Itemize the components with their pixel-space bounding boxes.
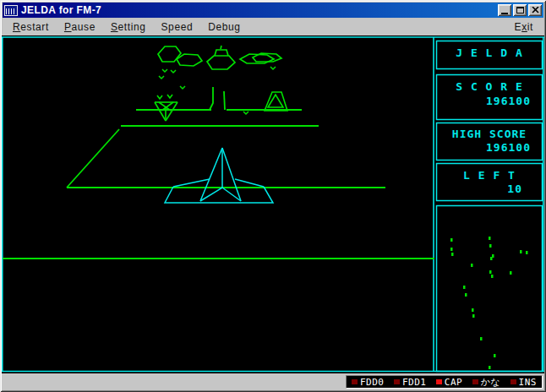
close-button[interactable] bbox=[528, 4, 542, 16]
indicator-label: INS bbox=[519, 377, 537, 388]
menu-bar: Restart Pause Setting Speed Debug Exit bbox=[3, 19, 543, 35]
menu-label-part: Debug bbox=[208, 21, 240, 33]
window-title: JELDA for FM-7 bbox=[21, 4, 101, 16]
debris-mark bbox=[162, 69, 167, 72]
emulator-window: JELDA for FM-7 Restart Pause Setting Spe… bbox=[0, 0, 546, 392]
perspective-diagonal bbox=[67, 129, 119, 188]
menu-label-part: E bbox=[515, 21, 522, 33]
radar-dot bbox=[465, 293, 467, 297]
inverted-pyramid-enemy bbox=[155, 95, 177, 121]
indicator-label: FDD0 bbox=[360, 377, 385, 388]
hud-left-label: L E F T bbox=[436, 169, 543, 182]
hud-left-value: 10 bbox=[436, 182, 543, 195]
radar-dot bbox=[472, 314, 475, 318]
radar-dot bbox=[489, 237, 491, 240]
game-screen[interactable]: J E L D A S C O R E 196100 HIGH SCORE 19… bbox=[2, 35, 544, 373]
indicator-kana: かな bbox=[472, 376, 501, 389]
tower-edge-left bbox=[210, 87, 213, 110]
menu-pause[interactable]: Pause bbox=[60, 19, 100, 35]
maximize-button[interactable] bbox=[513, 4, 527, 16]
menu-restart[interactable]: Restart bbox=[8, 19, 53, 35]
radar-dots bbox=[450, 237, 528, 369]
hud-score-value: 196100 bbox=[436, 95, 543, 107]
radar-dot bbox=[491, 275, 494, 278]
menu-label-part: R bbox=[13, 21, 20, 33]
indicator-ins: INS bbox=[511, 377, 537, 388]
radar-dot bbox=[489, 270, 492, 274]
radar-dot bbox=[520, 250, 522, 253]
kana-led-icon bbox=[472, 379, 478, 384]
titlebar-buttons bbox=[498, 4, 543, 16]
radar-dot bbox=[489, 244, 492, 248]
menu-debug[interactable]: Debug bbox=[204, 19, 244, 35]
enemy-dome-hexagon bbox=[207, 56, 235, 69]
radar-dot bbox=[450, 248, 453, 251]
debris-marks bbox=[159, 67, 276, 114]
enemy-formation bbox=[158, 46, 281, 69]
debris-mark bbox=[159, 76, 164, 79]
radar-dot bbox=[526, 251, 528, 254]
indicator-fdd1: FDD1 bbox=[394, 377, 427, 388]
menu-label-part: S bbox=[111, 21, 118, 33]
debris-mark bbox=[270, 67, 276, 69]
indicator-label: FDD1 bbox=[402, 377, 427, 388]
menu-label-part: Speed bbox=[161, 21, 194, 33]
menu-label-part: x bbox=[521, 21, 527, 33]
hud-highscore-value: 196100 bbox=[436, 141, 543, 154]
fdd0-led-icon bbox=[352, 379, 358, 384]
indicator-cap: CAP bbox=[436, 377, 462, 388]
debris-mark bbox=[171, 70, 176, 73]
close-icon bbox=[532, 7, 539, 14]
tower-edge-right bbox=[224, 91, 225, 110]
hud-game-title: J E L D A bbox=[436, 46, 543, 59]
menu-exit[interactable]: Exit bbox=[511, 19, 538, 35]
indicator-fdd0: FDD0 bbox=[352, 377, 385, 388]
menu-label-part: etting bbox=[118, 21, 146, 33]
cap-led-icon bbox=[436, 379, 442, 384]
fdd1-led-icon bbox=[394, 379, 400, 384]
radar-dot bbox=[450, 238, 453, 242]
minimize-button[interactable] bbox=[498, 4, 511, 16]
menu-speed[interactable]: Speed bbox=[157, 19, 198, 35]
led-panel: FDD0 FDD1 CAP かな INS bbox=[346, 375, 543, 389]
hud-score-label: S C O R E bbox=[436, 80, 543, 93]
hud-highscore-label: HIGH SCORE bbox=[436, 128, 543, 140]
ins-led-icon bbox=[511, 379, 516, 384]
player-ship bbox=[165, 148, 273, 203]
menu-label-part: ause bbox=[72, 21, 96, 33]
radar-dot bbox=[510, 271, 512, 275]
indicator-label: かな bbox=[481, 376, 501, 389]
radar-dot bbox=[472, 308, 474, 312]
ship-wing-right bbox=[235, 179, 264, 187]
radar-dot bbox=[489, 366, 491, 369]
ship-wing-left bbox=[173, 179, 210, 187]
radar-dot bbox=[490, 257, 493, 260]
radar-dot bbox=[463, 286, 466, 289]
radar-box bbox=[437, 206, 543, 372]
status-bar: FDD0 FDD1 CAP かな INS bbox=[2, 373, 544, 390]
enemy-dome-top bbox=[215, 50, 228, 56]
pyramid-structure bbox=[265, 92, 287, 111]
radar-dot bbox=[480, 337, 483, 340]
menu-label-part: estart bbox=[20, 21, 49, 33]
radar-dot bbox=[451, 253, 454, 256]
menu-label-part: P bbox=[64, 21, 72, 33]
indicator-label: CAP bbox=[445, 377, 462, 388]
radar-dot bbox=[471, 264, 473, 267]
app-icon[interactable] bbox=[4, 5, 18, 16]
terrain-lines bbox=[3, 87, 434, 259]
debris-mark bbox=[180, 86, 185, 89]
radar-dot bbox=[494, 354, 496, 357]
enemy-hexagon-2 bbox=[177, 54, 202, 66]
menu-setting[interactable]: Setting bbox=[106, 19, 150, 35]
maximize-icon bbox=[516, 7, 524, 14]
minimize-icon bbox=[501, 13, 508, 14]
title-bar: JELDA for FM-7 bbox=[3, 3, 543, 18]
enemy-dome-antenna bbox=[221, 46, 221, 49]
menu-label-part: it bbox=[527, 21, 533, 33]
debris-mark bbox=[243, 112, 248, 114]
